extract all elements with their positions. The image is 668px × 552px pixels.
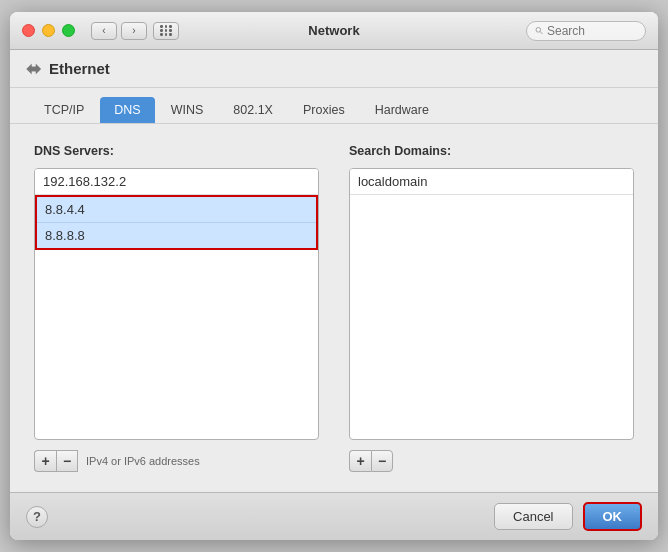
domains-remove-button[interactable]: − bbox=[371, 450, 393, 472]
list-spacer bbox=[350, 195, 633, 439]
dns-hint: IPv4 or IPv6 addresses bbox=[86, 455, 200, 467]
list-item[interactable]: localdomain bbox=[350, 169, 633, 195]
dns-servers-controls: + − IPv4 or IPv6 addresses bbox=[34, 450, 319, 472]
content-row: DNS Servers: 192.168.132.2 8.8.4.4 8.8.8… bbox=[34, 144, 634, 472]
dots-grid-icon bbox=[160, 25, 172, 36]
forward-button[interactable]: › bbox=[121, 22, 147, 40]
svg-line-1 bbox=[540, 32, 542, 34]
titlebar: ‹ › Network bbox=[10, 12, 658, 50]
breadcrumb-bar: ⬌ Ethernet bbox=[10, 50, 658, 88]
list-spacer bbox=[35, 250, 318, 439]
search-domains-column: Search Domains: localdomain + − bbox=[349, 144, 634, 472]
close-button[interactable] bbox=[22, 24, 35, 37]
tab-tcpip[interactable]: TCP/IP bbox=[30, 97, 98, 123]
dns-remove-button[interactable]: − bbox=[56, 450, 78, 472]
tab-8021x[interactable]: 802.1X bbox=[219, 97, 287, 123]
network-window: ‹ › Network ⬌ Ethernet TCP/IP DNS WINS 8… bbox=[10, 12, 658, 540]
breadcrumb-icon: ⬌ bbox=[26, 58, 41, 80]
window-title: Network bbox=[308, 23, 359, 38]
dns-servers-list[interactable]: 192.168.132.2 8.8.4.4 8.8.8.8 bbox=[34, 168, 319, 440]
tab-dns[interactable]: DNS bbox=[100, 97, 154, 123]
traffic-lights bbox=[22, 24, 75, 37]
back-button[interactable]: ‹ bbox=[91, 22, 117, 40]
search-input[interactable] bbox=[547, 24, 637, 38]
ok-button[interactable]: OK bbox=[583, 502, 643, 531]
maximize-button[interactable] bbox=[62, 24, 75, 37]
dns-servers-label: DNS Servers: bbox=[34, 144, 319, 158]
dns-servers-column: DNS Servers: 192.168.132.2 8.8.4.4 8.8.8… bbox=[34, 144, 319, 472]
search-domains-list[interactable]: localdomain bbox=[349, 168, 634, 440]
search-box[interactable] bbox=[526, 21, 646, 41]
list-item[interactable]: 192.168.132.2 bbox=[35, 169, 318, 195]
search-icon bbox=[535, 25, 543, 36]
footer-buttons: Cancel OK bbox=[494, 502, 642, 531]
dns-add-button[interactable]: + bbox=[34, 450, 56, 472]
domains-add-button[interactable]: + bbox=[349, 450, 371, 472]
nav-buttons: ‹ › bbox=[91, 22, 147, 40]
help-button[interactable]: ? bbox=[26, 506, 48, 528]
cancel-button[interactable]: Cancel bbox=[494, 503, 572, 530]
grid-button[interactable] bbox=[153, 22, 179, 40]
main-content: DNS Servers: 192.168.132.2 8.8.4.4 8.8.8… bbox=[10, 124, 658, 492]
breadcrumb-label: Ethernet bbox=[49, 60, 110, 77]
tab-bar: TCP/IP DNS WINS 802.1X Proxies Hardware bbox=[10, 88, 658, 124]
list-item[interactable]: 8.8.8.8 bbox=[37, 223, 316, 248]
tab-wins[interactable]: WINS bbox=[157, 97, 218, 123]
minimize-button[interactable] bbox=[42, 24, 55, 37]
selected-group: 8.8.4.4 8.8.8.8 bbox=[35, 195, 318, 250]
search-domains-label: Search Domains: bbox=[349, 144, 634, 158]
tab-hardware[interactable]: Hardware bbox=[361, 97, 443, 123]
list-item[interactable]: 8.8.4.4 bbox=[37, 197, 316, 223]
tab-proxies[interactable]: Proxies bbox=[289, 97, 359, 123]
footer: ? Cancel OK bbox=[10, 492, 658, 540]
search-domains-controls: + − bbox=[349, 450, 634, 472]
